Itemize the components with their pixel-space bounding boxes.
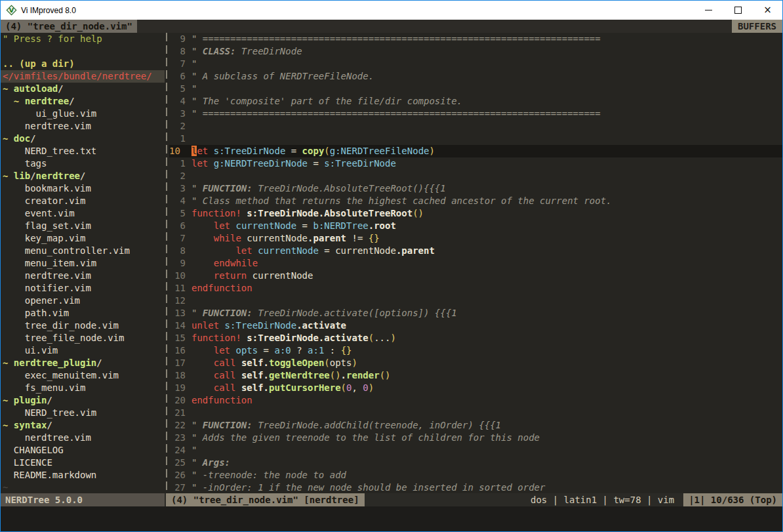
text-segment: CHANGELOG	[3, 445, 64, 455]
close-button[interactable]: ×	[753, 1, 782, 20]
tree-item[interactable]: " Press ? for help	[1, 33, 165, 45]
tree-item[interactable]: menu_item.vim	[1, 257, 165, 270]
code-line[interactable]: 24"	[169, 444, 782, 457]
tree-item[interactable]: ~ nerdtree/	[1, 95, 165, 108]
text-segment: opts	[330, 358, 352, 368]
tree-item[interactable]: key_map.vim	[1, 232, 165, 245]
text-segment	[191, 345, 214, 356]
tree-item[interactable]: LICENCE	[1, 457, 165, 469]
text-segment: s:TreeDirNode.activate	[247, 333, 368, 343]
code-line[interactable]: 10 return currentNode	[169, 270, 782, 282]
maximize-button[interactable]	[723, 1, 753, 20]
line-number: 5	[169, 207, 186, 220]
minimize-button[interactable]	[694, 1, 723, 20]
window-split-separator[interactable]	[165, 33, 169, 493]
text-segment: tree_file_node.vim	[3, 333, 124, 343]
tree-item[interactable]: bookmark.vim	[1, 182, 165, 195]
text-segment: CLASS:	[203, 46, 236, 56]
code-line[interactable]: 11endfunction	[169, 282, 782, 295]
nerdtree-statusline: NERDTree 5.0.0	[1, 493, 165, 506]
tree-item[interactable]: NERD_tree.txt	[1, 145, 165, 157]
tree-item[interactable]: ui_glue.vim	[1, 108, 165, 120]
text-segment: unlet	[191, 320, 219, 331]
text-segment: !=	[346, 233, 369, 243]
code-line[interactable]: 13" FUNCTION: TreeDirNode.activate([opti…	[169, 307, 782, 319]
code-line[interactable]: 12	[169, 295, 782, 307]
command-line[interactable]	[1, 506, 782, 531]
text-segment: /	[69, 96, 74, 106]
buffers-tab[interactable]: BUFFERS	[732, 20, 782, 33]
tree-item[interactable]: nerdtree.vim	[1, 120, 165, 133]
tree-item[interactable]: notifier.vim	[1, 282, 165, 295]
code-line[interactable]: 4" The 'composite' part of the file/dir …	[169, 95, 782, 108]
text-segment: syntax	[14, 420, 47, 430]
tree-item[interactable]: creator.vim	[1, 195, 165, 207]
code-line[interactable]: 27" -inOrder: 1 if the new node should b…	[169, 481, 782, 493]
code-line[interactable]: 1let g:NERDTreeDirNode = s:TreeDirNode	[169, 157, 782, 170]
tree-item[interactable]: ~ lib/nerdtree/	[1, 170, 165, 182]
code-line[interactable]: 5"	[169, 83, 782, 95]
code-line[interactable]: 17 call self.toggleOpen(opts)	[169, 357, 782, 369]
code-line[interactable]: 10let s:TreeDirNode = copy(g:NERDTreeFil…	[169, 145, 782, 157]
tree-item[interactable]: opener.vim	[1, 295, 165, 307]
tree-item[interactable]: exec_menuitem.vim	[1, 369, 165, 382]
code-line[interactable]: 26" -treenode: the node to add	[169, 469, 782, 481]
code-line[interactable]: 21	[169, 407, 782, 419]
code-line[interactable]: 3" =====================================…	[169, 108, 782, 120]
statusline-ruler: |1| 10/636 (Top)	[683, 493, 782, 506]
tree-item[interactable]: tree_file_node.vim	[1, 332, 165, 344]
code-line[interactable]: 23" Adds the given treenode to the list …	[169, 432, 782, 444]
code-line[interactable]: 20endfunction	[169, 394, 782, 407]
code-line[interactable]: 5function! s:TreeDirNode.AbsoluteTreeRoo…	[169, 207, 782, 220]
code-line[interactable]: 8 let currentNode = currentNode.parent	[169, 245, 782, 257]
code-line[interactable]: 22" FUNCTION: TreeDirNode.addChild(treen…	[169, 419, 782, 432]
tree-item[interactable]: path.vim	[1, 307, 165, 319]
tree-item[interactable]: .. (up a dir)	[1, 58, 165, 70]
tab-active-buffer[interactable]: (4) "tree_dir_node.vim"	[1, 20, 137, 33]
tree-item[interactable]: fs_menu.vim	[1, 382, 165, 394]
code-line[interactable]: 9" =====================================…	[169, 33, 782, 45]
tree-item[interactable]: ~ autoload/	[1, 83, 165, 95]
code-line[interactable]: 2	[169, 170, 782, 182]
tree-item[interactable]: ~ doc/	[1, 133, 165, 145]
code-line[interactable]: 15function! s:TreeDirNode.activate(...)	[169, 332, 782, 344]
text-segment: getNerdtree	[269, 370, 330, 380]
code-line[interactable]: 1	[169, 133, 782, 145]
tree-item[interactable]: flag_set.vim	[1, 220, 165, 232]
code-line[interactable]: 7 while currentNode.parent != {}	[169, 232, 782, 245]
tree-item[interactable]: NERD_tree.vim	[1, 407, 165, 419]
code-line[interactable]: 25" Args:	[169, 457, 782, 469]
tree-item[interactable]	[1, 45, 165, 58]
code-line[interactable]: 18 call self.getNerdtree().render()	[169, 369, 782, 382]
tree-item[interactable]: ui.vim	[1, 344, 165, 357]
tree-item[interactable]: CHANGELOG	[1, 444, 165, 457]
code-line[interactable]: 4" Class method that returns the highest…	[169, 195, 782, 207]
code-line[interactable]: 14unlet s:TreeDirNode.activate	[169, 319, 782, 332]
code-line[interactable]: 3" FUNCTION: TreeDirNode.AbsoluteTreeRoo…	[169, 182, 782, 195]
tree-item[interactable]: nerdtree.vim	[1, 432, 165, 444]
tree-item[interactable]: ~	[1, 481, 165, 493]
code-line[interactable]: 2	[169, 120, 782, 133]
text-segment: ~	[3, 83, 14, 94]
tree-item[interactable]: ~ plugin/	[1, 394, 165, 407]
code-line[interactable]: 9 endwhile	[169, 257, 782, 270]
code-line[interactable]: 19 call self.putCursorHere(0, 0)	[169, 382, 782, 394]
code-line[interactable]: 16 let opts = a:0 ? a:1 : {}	[169, 344, 782, 357]
text-segment: .parent	[308, 233, 346, 243]
tree-item[interactable]: ~ nerdtree_plugin/	[1, 357, 165, 369]
tree-item[interactable]: tree_dir_node.vim	[1, 319, 165, 332]
tree-item[interactable]: tags	[1, 157, 165, 170]
text-segment: " ======================================…	[191, 33, 601, 44]
code-line[interactable]: 7"	[169, 58, 782, 70]
line-number: 21	[169, 407, 186, 419]
tree-item[interactable]: event.vim	[1, 207, 165, 220]
tree-item[interactable]: ~ syntax/	[1, 419, 165, 432]
code-line[interactable]: 6" A subclass of NERDTreeFileNode.	[169, 70, 782, 83]
tree-item[interactable]: nerdtree.vim	[1, 270, 165, 282]
text-segment: ?	[291, 345, 308, 356]
code-line[interactable]: 8" CLASS: TreeDirNode	[169, 45, 782, 58]
tree-item[interactable]: </vimfiles/bundle/nerdtree/	[1, 70, 165, 83]
tree-item[interactable]: menu_controller.vim	[1, 245, 165, 257]
code-line[interactable]: 6 let currentNode = b:NERDTree.root	[169, 220, 782, 232]
tree-item[interactable]: README.markdown	[1, 469, 165, 481]
